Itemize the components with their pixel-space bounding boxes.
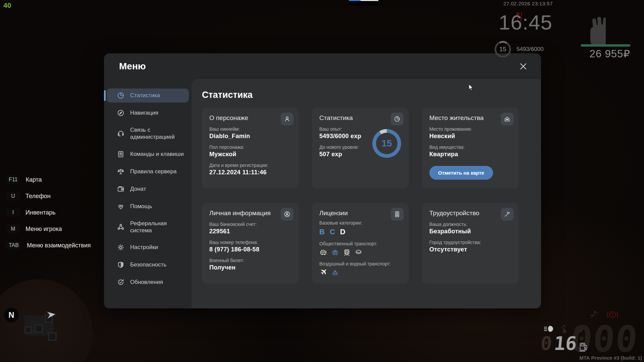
category-letter: B — [319, 228, 325, 236]
network-icon — [117, 223, 125, 231]
category-letter: D — [340, 228, 345, 236]
mark-on-map-button[interactable]: Отметить на карте — [429, 166, 493, 180]
sidebar-item-label: Безопасность — [130, 261, 166, 268]
card-title: Статистика — [319, 114, 401, 122]
indicator-white-segment — [361, 0, 378, 1]
field-label: Ваш банковский счет: — [209, 222, 291, 227]
fuel-value: 16 — [553, 335, 578, 352]
sidebar-item-navigation[interactable]: Навигация — [107, 106, 189, 120]
captain-cap-icon — [355, 248, 363, 256]
fuel-leading-zero: 0 — [540, 335, 553, 352]
card-statistics: Статистика Ваш опыт: 5493/6000 exp До но… — [312, 108, 409, 188]
section-title: Статистика — [202, 90, 530, 100]
sidebar-item-security[interactable]: Безопасность — [107, 258, 189, 272]
field-value: 8 (977) 186-08-58 — [209, 246, 291, 253]
sidebar-item-label: Правила сервера — [130, 168, 176, 175]
license-categories: B C D — [319, 228, 401, 236]
sidebar-item-label: Помощь — [130, 203, 152, 210]
hotkey-label: Карта — [25, 176, 42, 183]
public-transport-licenses — [319, 248, 401, 256]
wallet-icon — [117, 185, 125, 193]
scales-icon — [117, 168, 125, 176]
shield-icon — [117, 261, 125, 269]
hotkey-map: F11 Карта — [6, 175, 91, 185]
map-blip — [48, 332, 57, 341]
map-blip — [24, 326, 32, 334]
menu-window: Меню Статистика — [104, 53, 541, 308]
money-display: 26 955₽ — [589, 48, 630, 60]
exp-ring-level: 15 — [381, 138, 392, 149]
certificate-icon — [391, 208, 404, 221]
field-label: Пол персонажа: — [209, 144, 291, 150]
close-icon — [519, 62, 528, 71]
sidebar-item-label: Статистика — [130, 92, 160, 99]
card-about-character: О персонаже Ваш никнейм: Diablo_Famin По… — [202, 108, 299, 188]
hotkey-phone: U Телефон — [6, 191, 91, 201]
sidebar-item-label: Настройки — [130, 244, 158, 251]
card-residence: Место жительства Место проживания: Невск… — [422, 108, 519, 188]
gear-icon — [117, 243, 125, 251]
pie-chart-icon — [117, 92, 125, 100]
money-bar — [581, 44, 630, 47]
sidebar-item-label: Навигация — [130, 109, 158, 116]
game-clock: 16:45 — [499, 12, 552, 33]
sidebar-item-help[interactable]: Помощь — [107, 199, 189, 214]
field-label: Общественный транспорт: — [319, 241, 401, 246]
hotkey-player-menu: M Меню игрока — [6, 224, 91, 234]
player-arrow-icon — [45, 309, 57, 320]
air-water-licenses — [319, 268, 401, 277]
sidebar-item-updates[interactable]: Обновления — [107, 275, 189, 289]
field-label: Военный билет: — [209, 258, 291, 263]
fuel-pump-icon — [579, 342, 588, 352]
window-title: Меню — [119, 61, 146, 72]
field-label: Город трудоустройства: — [429, 240, 511, 245]
sidebar-item-statistics[interactable]: Статистика — [107, 88, 189, 103]
sidebar-item-label: Связь с администрацией — [130, 126, 185, 141]
hotkey-inventory: I Инвентарь — [6, 207, 91, 218]
hotkey-interaction-menu: TAB Меню взаимодействия — [6, 240, 91, 250]
tram-icon — [331, 248, 339, 256]
update-icon — [117, 278, 125, 286]
field-value: Отсутствует — [429, 246, 511, 253]
handshake-heart-icon — [117, 202, 125, 210]
sidebar-item-admin-contact[interactable]: Связь с администрацией — [107, 123, 189, 144]
card-title: О персонаже — [209, 114, 291, 122]
field-label: Воздушный и водный транспорт: — [319, 261, 401, 266]
hotkey-label: Меню взаимодействия — [27, 242, 91, 249]
sidebar-item-settings[interactable]: Настройки — [107, 240, 189, 254]
voice-indicator — [349, 0, 378, 5]
datetime-display: 27.02.2026 23:13:57 — [503, 1, 553, 6]
category-letter: C — [330, 228, 335, 236]
indicator-blue-segment — [349, 0, 361, 1]
exp-progress-ring: 15 — [372, 129, 401, 158]
card-title: Личная информация — [209, 209, 291, 217]
hotkey-label: Меню игрока — [25, 226, 62, 233]
card-title: Лицензии — [319, 209, 401, 217]
field-value: 229561 — [209, 228, 291, 235]
trolleybus-icon — [319, 248, 327, 256]
card-title: Место жительства — [429, 114, 511, 122]
field-value: 27.12.2024 11:11:46 — [209, 169, 291, 176]
sidebar-item-referral-system[interactable]: Реферальная система — [107, 217, 189, 237]
home-icon — [501, 113, 514, 125]
hotkey-hints: F11 Карта U Телефон I Инвентарь M Меню и… — [6, 175, 91, 250]
close-button[interactable] — [518, 61, 529, 72]
field-value: Diablo_Famin — [209, 133, 291, 140]
card-licenses: Лицензии Базовые категории: B C D Общест… — [312, 203, 409, 284]
active-indicator — [104, 90, 106, 101]
document-icon — [117, 150, 125, 158]
person-icon — [281, 113, 293, 125]
sidebar-item-server-rules[interactable]: Правила сервера — [107, 165, 189, 179]
content-panel: Статистика О персонаже Ваш никнейм: Diab… — [192, 79, 541, 308]
headset-icon — [117, 129, 125, 137]
sidebar-item-label: Команды и клавиши — [130, 150, 184, 158]
field-value: Мужской — [209, 151, 291, 158]
plane-icon — [319, 268, 327, 277]
key-badge: TAB — [6, 241, 21, 250]
card-title: Трудоустройство — [429, 209, 511, 217]
sidebar-item-commands-keys[interactable]: Команды и клавиши — [107, 147, 189, 161]
card-employment: Трудоустройство Ваша должность: Безработ… — [422, 203, 519, 284]
sidebar-item-donate[interactable]: Донат — [107, 182, 189, 196]
field-label: Ваш никнейм: — [209, 126, 291, 132]
pie-chart-icon — [391, 113, 404, 125]
